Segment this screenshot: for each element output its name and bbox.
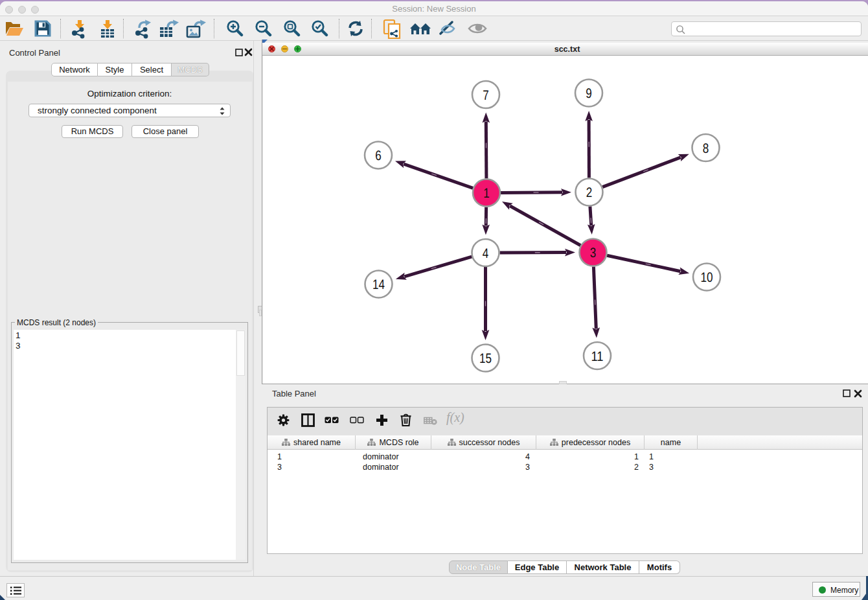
svg-text:14: 14 bbox=[372, 277, 385, 292]
svg-text:7: 7 bbox=[483, 88, 489, 103]
svg-text:6: 6 bbox=[375, 148, 382, 163]
svg-text:3: 3 bbox=[590, 246, 597, 260]
svg-text:4: 4 bbox=[483, 246, 489, 261]
svg-text:1: 1 bbox=[483, 186, 490, 201]
svg-text:15: 15 bbox=[479, 351, 492, 366]
svg-text:11: 11 bbox=[591, 349, 604, 364]
svg-text:9: 9 bbox=[586, 86, 592, 101]
svg-text:10: 10 bbox=[701, 270, 713, 285]
svg-text:2: 2 bbox=[586, 185, 593, 200]
svg-text:8: 8 bbox=[703, 141, 709, 156]
